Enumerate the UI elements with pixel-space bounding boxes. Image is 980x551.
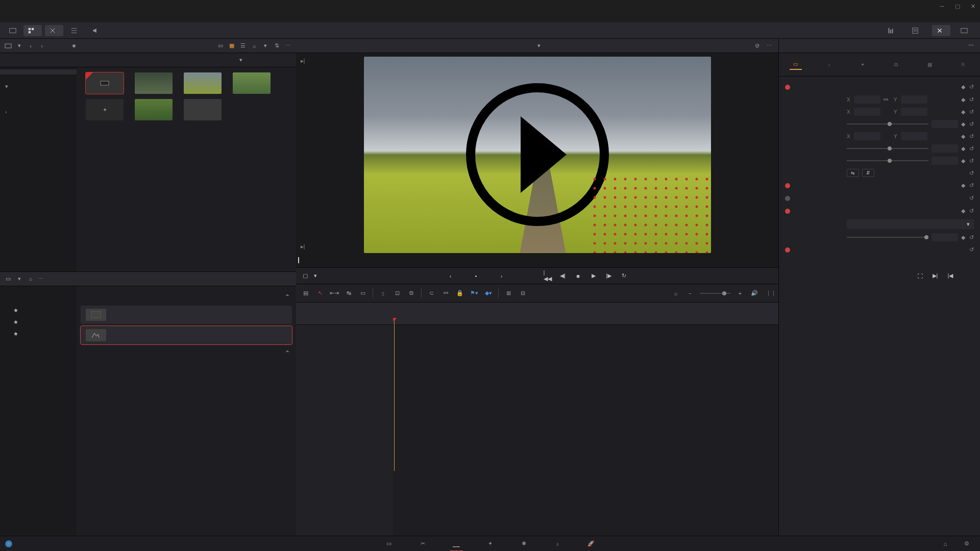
timeline-tc[interactable]: [296, 303, 393, 325]
section-cropping[interactable]: ◆↺: [785, 179, 974, 192]
anchor-y-input[interactable]: [901, 132, 927, 140]
zoom-slider[interactable]: [700, 293, 730, 294]
pitch-input[interactable]: [932, 144, 958, 153]
thumb-view-icon[interactable]: ▦: [228, 42, 236, 50]
nav-back-icon[interactable]: ‹: [27, 42, 35, 50]
effects-library-button[interactable]: [45, 25, 63, 36]
search-icon[interactable]: ⌕: [250, 42, 258, 50]
page-cut-icon[interactable]: ✂: [416, 538, 429, 549]
page-edit-icon[interactable]: ⎯⎯: [450, 538, 463, 549]
metadata-button[interactable]: [908, 25, 926, 36]
category-header[interactable]: ⌃: [81, 346, 292, 360]
dynamic-trim-icon[interactable]: ↹: [344, 289, 353, 298]
reset-icon[interactable]: ↺: [969, 182, 974, 189]
clip-thumbnail[interactable]: [180, 99, 226, 122]
list-view-icon[interactable]: ☰: [239, 42, 247, 50]
panel-toggle-right-icon[interactable]: [957, 25, 972, 36]
zoom-to-fit-icon[interactable]: ⊞: [504, 289, 513, 298]
snap-icon[interactable]: ⊂: [427, 289, 436, 298]
anchor-x-input[interactable]: [854, 132, 880, 140]
more-icon[interactable]: ⋯: [284, 42, 292, 50]
blade-tool-icon[interactable]: ▭: [358, 289, 368, 298]
sound-library-button[interactable]: [88, 25, 106, 36]
bin-item[interactable]: [0, 86, 77, 91]
link-icon[interactable]: ⚯: [441, 289, 450, 298]
chevron-down-icon[interactable]: ▾: [237, 56, 245, 64]
tab-file[interactable]: ⎘: [957, 60, 969, 70]
section-dynamic-zoom[interactable]: ↺: [785, 192, 974, 205]
timeline-ruler[interactable]: [393, 303, 778, 325]
rotation-slider[interactable]: [847, 120, 928, 128]
pitch-slider[interactable]: [847, 144, 928, 153]
keyframe-icon[interactable]: ◆: [961, 182, 965, 189]
timeline-canvas[interactable]: [393, 303, 778, 536]
rotation-input[interactable]: [932, 120, 958, 128]
next-mark-icon[interactable]: ›: [498, 272, 506, 280]
clip-thumbnail[interactable]: [131, 99, 177, 122]
keyframe-icon[interactable]: ◆: [961, 121, 965, 128]
keyframe-icon[interactable]: ◆: [961, 109, 965, 115]
inspector-button[interactable]: [932, 25, 950, 36]
opacity-input[interactable]: [932, 233, 958, 241]
favorite-item[interactable]: ★: [0, 305, 77, 316]
next-frame-icon[interactable]: |▶: [605, 272, 613, 280]
clip-thumbnail[interactable]: [82, 72, 128, 96]
overwrite-icon[interactable]: ⊡: [393, 289, 402, 298]
settings-icon[interactable]: ⚙: [960, 539, 974, 549]
favorite-item[interactable]: ★: [0, 316, 77, 328]
more-icon[interactable]: ⋯: [765, 42, 773, 50]
loop-icon[interactable]: ↻: [620, 272, 628, 280]
reset-icon[interactable]: ↺: [969, 246, 974, 253]
reset-icon[interactable]: ↺: [969, 170, 974, 177]
effect-item[interactable]: [81, 306, 292, 324]
bin-item[interactable]: ▾: [0, 81, 77, 86]
insert-icon[interactable]: ⎀: [378, 289, 387, 298]
clip-thumbnail[interactable]: [131, 72, 177, 96]
tab-transition[interactable]: ⧉: [890, 60, 902, 70]
keyframe-icon[interactable]: ◆: [961, 133, 965, 140]
edit-index-button[interactable]: [66, 25, 85, 36]
media-pool-button[interactable]: [23, 25, 42, 36]
bin-item[interactable]: [0, 101, 77, 106]
panel-toggle-icon[interactable]: [5, 25, 20, 36]
prev-frame-icon[interactable]: ◀|: [559, 272, 567, 280]
chevron-down-icon[interactable]: ▾: [261, 42, 270, 50]
pos-y-input[interactable]: [901, 108, 927, 116]
favorite-item[interactable]: ★: [0, 328, 77, 340]
trim-tool-icon[interactable]: ⇤⇥: [330, 289, 339, 298]
chevron-down-icon[interactable]: ▾: [311, 272, 320, 280]
lock-icon[interactable]: 🔒: [455, 289, 464, 298]
chevron-down-icon[interactable]: ▾: [15, 275, 23, 283]
nav-fwd-icon[interactable]: ›: [38, 42, 46, 50]
zoom-minus-icon[interactable]: −: [685, 289, 695, 298]
page-fusion-icon[interactable]: ✦: [483, 538, 497, 549]
home-icon[interactable]: ⌂: [938, 539, 952, 549]
keyframe-icon[interactable]: ◆: [961, 145, 965, 152]
zoom-plus-icon[interactable]: +: [736, 289, 745, 298]
page-media-icon[interactable]: ▭: [382, 538, 396, 549]
page-deliver-icon[interactable]: 🚀: [584, 538, 598, 549]
detail-zoom-icon[interactable]: ⊟: [518, 289, 527, 298]
section-composite[interactable]: ◆↺: [785, 205, 974, 217]
link-icon[interactable]: ⚯: [884, 96, 891, 103]
tab-video[interactable]: ▭: [790, 60, 802, 70]
bin-item[interactable]: [0, 133, 77, 138]
category-header[interactable]: ⌃: [81, 290, 292, 304]
zoom-out-icon[interactable]: ⌕: [671, 289, 680, 298]
bin-item[interactable]: [0, 69, 77, 74]
close-icon[interactable]: ✕: [970, 3, 976, 9]
replace-icon[interactable]: ⧉: [407, 289, 416, 298]
keyframe-icon[interactable]: ◆: [961, 158, 965, 164]
page-fairlight-icon[interactable]: ♪: [551, 538, 564, 549]
bin-item[interactable]: [0, 91, 77, 96]
keyframe-icon[interactable]: ◆: [961, 208, 965, 214]
viewer-canvas[interactable]: [296, 53, 778, 256]
maximize-icon[interactable]: ▢: [954, 3, 961, 9]
yaw-input[interactable]: [932, 157, 958, 165]
flip-v-button[interactable]: ⇵: [862, 169, 874, 177]
mixer-button[interactable]: [883, 25, 901, 36]
bin-view-icon[interactable]: [4, 42, 12, 50]
flag-icon[interactable]: ⚑▾: [470, 289, 479, 298]
flip-h-button[interactable]: ⇋: [847, 169, 859, 177]
keyframe-icon[interactable]: ◆: [961, 84, 965, 90]
